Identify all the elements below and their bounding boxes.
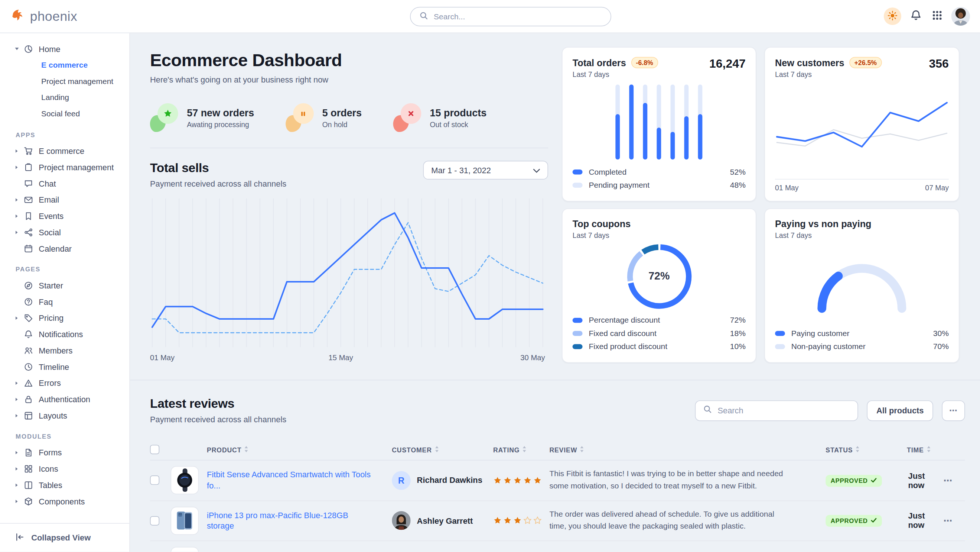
sidebar-item-forms[interactable]: Forms: [0, 444, 129, 461]
calendar-icon: [23, 244, 33, 254]
share-icon: [23, 227, 33, 237]
new-customers-line-chart: [775, 78, 949, 179]
sidebar-item-authentication[interactable]: Authentication: [0, 391, 129, 407]
sidebar-item-social[interactable]: Social: [0, 224, 129, 241]
caret-right-icon: [14, 214, 23, 218]
sidebar-item-landing[interactable]: Landing: [0, 89, 129, 106]
page-subtitle: Here's what's going on at your business …: [150, 75, 548, 85]
sidebar-item-events[interactable]: Events: [0, 208, 129, 224]
sidebar-item-project-management[interactable]: Project management: [0, 73, 129, 89]
search-icon: [419, 11, 428, 22]
column-header-review[interactable]: REVIEW: [549, 446, 812, 453]
phoenix-logo-icon: [10, 7, 25, 25]
tag-icon: [23, 313, 33, 323]
total-sells-subtitle: Payment received across all channels: [150, 179, 286, 188]
legend-item-completed: Completed52%: [573, 165, 746, 178]
sidebar-item-e-commerce[interactable]: E commerce: [0, 143, 129, 159]
product-link[interactable]: Fitbit Sense Advanced Smartwatch with To…: [207, 469, 392, 491]
latest-reviews-subtitle: Payment received across all channels: [150, 415, 286, 424]
legend-item-percentage-discount: Percentage discount72%: [573, 313, 746, 326]
sidebar-item-social-feed[interactable]: Social feed: [0, 105, 129, 122]
top-navbar: phoenix: [0, 0, 980, 33]
global-search-field[interactable]: [434, 12, 602, 21]
divider: [150, 148, 548, 148]
x-tick: 07 May: [925, 184, 948, 191]
user-avatar[interactable]: [951, 7, 970, 26]
sidebar-item-project-management[interactable]: Project management: [0, 159, 129, 175]
stat-57-new-orders: 57 new ordersAwating processing: [150, 103, 254, 133]
sidebar-item-errors[interactable]: Errors: [0, 375, 129, 391]
date-range-select[interactable]: Mar 1 - 31, 2022: [423, 161, 548, 180]
stats-row: 57 new ordersAwating processing5 ordersO…: [150, 103, 548, 133]
sidebar-item-home[interactable]: Home: [0, 40, 129, 57]
sidebar-item-pricing[interactable]: Pricing: [0, 310, 129, 326]
file-icon: [23, 447, 33, 457]
apps-menu-button[interactable]: [931, 9, 943, 24]
product-thumbnail[interactable]: [170, 466, 199, 495]
column-header-product[interactable]: PRODUCT: [207, 446, 392, 453]
sidebar-item-members[interactable]: Members: [0, 342, 129, 359]
status-badge: APPROVED: [826, 475, 882, 487]
sidebar-item-components[interactable]: Components: [0, 493, 129, 509]
sort-icon: [856, 446, 860, 453]
row-more-button[interactable]: ⋯: [937, 515, 959, 526]
new-customers-badge: +26.5%: [849, 57, 881, 68]
x-tick: 01 May: [150, 354, 175, 362]
reviews-more-button[interactable]: ⋯: [942, 400, 965, 421]
sidebar-item-faq[interactable]: Faq: [0, 293, 129, 310]
legend-item-fixed-product-discount: Fixed product discount10%: [573, 340, 746, 353]
new-customers-value: 356: [929, 57, 948, 71]
column-header-rating[interactable]: RATING: [493, 446, 549, 453]
question-icon: [23, 297, 33, 307]
main-content: Ecommerce Dashboard Here's what's going …: [130, 33, 980, 552]
product-thumbnail[interactable]: [170, 547, 199, 552]
reviews-search-input[interactable]: [695, 400, 858, 421]
column-header-status[interactable]: STATUS: [812, 446, 893, 453]
global-search-input[interactable]: [410, 7, 611, 26]
product-link[interactable]: iPhone 13 pro max-Pacific Blue-128GB sto…: [207, 510, 392, 531]
top-coupons-card: Top coupons Last 7 days 72% Percentage d…: [562, 208, 756, 363]
row-checkbox[interactable]: [150, 476, 159, 485]
product-thumbnail[interactable]: [170, 507, 199, 535]
notifications-button[interactable]: [909, 8, 923, 24]
sort-icon: [927, 446, 931, 453]
all-products-button[interactable]: All products: [867, 400, 933, 421]
x-tick: 30 May: [520, 354, 545, 362]
column-header-time[interactable]: TIME: [893, 446, 937, 453]
sidebar-item-email[interactable]: Email: [0, 191, 129, 208]
sidebar-item-e-commerce[interactable]: E commerce: [0, 57, 129, 73]
bell-icon: [910, 9, 922, 23]
customer-cell: RRichard Dawkins: [392, 471, 493, 490]
total-orders-card: Total orders -6.8% Last 7 days 16,247 Co…: [562, 47, 756, 201]
column-header-customer[interactable]: CUSTOMER: [392, 446, 493, 453]
layout-icon: [23, 410, 33, 420]
sidebar-item-calendar[interactable]: Calendar: [0, 240, 129, 257]
paying-title: Paying vs non paying: [775, 218, 872, 229]
row-more-button[interactable]: ⋯: [937, 475, 959, 485]
row-checkbox[interactable]: [150, 516, 159, 525]
sidebar-item-timeline[interactable]: Timeline: [0, 358, 129, 375]
sidebar-section-label-modules: MODULES: [16, 433, 129, 440]
review-time: Just now: [893, 471, 937, 490]
sidebar-item-notifications[interactable]: Notifications: [0, 326, 129, 342]
caret-right-icon: [14, 413, 23, 418]
collapse-sidebar-button[interactable]: Collapsed View: [0, 523, 129, 552]
sidebar-item-layouts[interactable]: Layouts: [0, 407, 129, 424]
rating-stars: [493, 476, 549, 485]
total-sells-x-axis: 01 May15 May30 May: [150, 354, 545, 366]
sidebar-item-starter[interactable]: Starter: [0, 277, 129, 294]
paying-vs-non-paying-card: Paying vs non paying Last 7 days Paying …: [764, 208, 959, 363]
caret-right-icon: [14, 397, 23, 402]
sidebar-item-chat[interactable]: Chat: [0, 175, 129, 191]
cart-icon: [23, 146, 33, 156]
collapse-sidebar-label: Collapsed View: [31, 533, 91, 542]
sidebar-item-icons[interactable]: Icons: [0, 461, 129, 477]
rating-stars: [493, 516, 549, 525]
sidebar-item-tables[interactable]: Tables: [0, 477, 129, 493]
bookmark-icon: [23, 211, 33, 221]
sidebar: HomeE commerceProject managementLandingS…: [0, 33, 130, 552]
select-all-checkbox[interactable]: [150, 445, 159, 454]
reviews-search-field[interactable]: [718, 405, 850, 415]
phoenix-logo[interactable]: phoenix: [10, 7, 130, 25]
theme-toggle-button[interactable]: [884, 8, 901, 25]
